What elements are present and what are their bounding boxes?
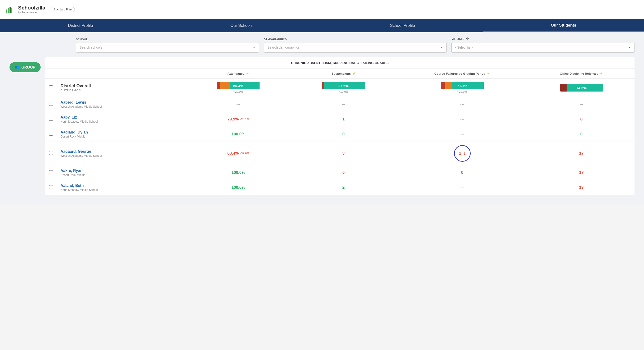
content-area: 👥 GROUP CHRONIC ABSENTEEISM, SUSPENSIONS… <box>0 57 644 205</box>
student-school: North Meadow Middle School <box>60 120 182 123</box>
student-name[interactable]: Aagaard, George <box>60 149 182 154</box>
demographics-filter-placeholder: Search demographics <box>268 45 300 49</box>
student-attendance-cell: 100.0% <box>186 180 291 195</box>
section-title: CHRONIC ABSENTEEISM, SUSPENSIONS & FAILI… <box>45 57 634 69</box>
table-row: Aadland, Dylan Desert Rock Middle 100.0%… <box>45 127 634 142</box>
plan-badge: Standard Plan <box>50 7 75 12</box>
header-course-failures: Course Failures by Grading Period ⚡ <box>396 69 528 78</box>
attendance-filter-icon[interactable]: ⚡ <box>246 72 249 75</box>
district-attendance-cell: 50.4% <20.0% <box>186 78 291 97</box>
student-attendance-cell: 100.0% <box>186 165 291 180</box>
office-discipline-value: --- <box>580 102 584 106</box>
student-course-failures-cell: --- <box>396 180 528 195</box>
student-course-failures-cell: --- <box>396 127 528 142</box>
student-office-discipline-cell: 8 <box>528 112 634 127</box>
suspensions-value: 0 <box>342 132 344 136</box>
suspensions-bar-label: 87.6% <box>338 84 348 88</box>
district-sub: DISTRICT GOAL <box>60 89 182 92</box>
course-failures-filter-icon[interactable]: ⚡ <box>487 72 490 75</box>
school-chevron-icon: ▼ <box>253 46 256 49</box>
demographics-filter-label: DEMOGRAPHICS <box>264 38 447 41</box>
suspensions-value: 2 <box>342 185 344 190</box>
student-school: Westish Academy Middle School <box>60 105 182 108</box>
school-filter-select[interactable]: Search schools ▼ <box>76 42 259 53</box>
student-name-cell: Aakre, Ryan Desert Rock Middle <box>57 165 186 180</box>
student-name-cell: Aaby, Liz North Meadow Middle School <box>57 112 186 127</box>
office-discipline-filter-icon[interactable]: ⚡ <box>600 72 603 75</box>
student-checkbox[interactable] <box>49 117 53 121</box>
logo-area: Schoolzilla by Renaissance Standard Plan <box>6 5 75 14</box>
course-failures-bar: 71.1% <box>441 82 484 89</box>
attendance-value: 100.0% <box>232 170 245 175</box>
student-checkbox[interactable] <box>49 170 53 174</box>
school-filter-label: SCHOOL <box>76 38 259 41</box>
table-header-row: Attendance ⚡ Suspensions ⚡ <box>45 69 634 78</box>
student-office-discipline-cell: 17 <box>528 142 634 165</box>
student-checkbox[interactable] <box>49 102 53 106</box>
attendance-change: ↓20.1% <box>240 118 249 121</box>
svg-rect-0 <box>6 9 7 13</box>
student-name-cell: Aaland, Beth North Meadow Middle School <box>57 180 186 195</box>
table-row: Aakre, Ryan Desert Rock Middle 100.0% 50… <box>45 165 634 180</box>
student-checkbox[interactable] <box>49 185 53 189</box>
district-checkbox[interactable] <box>49 85 53 89</box>
header-office-discipline: Office Discipline Referrals ⚡ <box>528 69 634 78</box>
student-checkbox[interactable] <box>49 132 53 136</box>
student-attendance-cell: --- <box>186 97 291 112</box>
group-button[interactable]: 👥 GROUP <box>10 62 40 72</box>
course-failures-circle: 1↓1 <box>454 145 471 162</box>
group-label: GROUP <box>21 65 36 69</box>
suspensions-filter-icon[interactable]: ⚡ <box>352 72 356 75</box>
course-failures-value: --- <box>460 185 464 189</box>
student-school: Westish Academy Middle School <box>60 154 182 158</box>
student-name[interactable]: Aaland, Beth <box>60 183 182 188</box>
student-checkbox-cell <box>45 180 57 195</box>
attendance-goal: <20.0% <box>234 90 243 93</box>
office-discipline-value: 17 <box>579 170 584 175</box>
student-office-discipline-cell: --- <box>528 97 634 112</box>
mylists-filter-label: MY LISTS ⚙ <box>452 37 634 41</box>
nav-our-students[interactable]: Our Students <box>483 19 644 32</box>
student-name[interactable]: Aaby, Liz <box>60 115 182 120</box>
district-checkbox-cell <box>45 78 57 97</box>
student-school: Desert Rock Middle <box>60 135 182 138</box>
student-name-cell: Aadland, Dylan Desert Rock Middle <box>57 127 186 142</box>
student-name[interactable]: Aakre, Ryan <box>60 169 182 173</box>
student-attendance-cell: 79.9%↓20.1% <box>186 112 291 127</box>
student-office-discipline-cell: 13 <box>528 180 634 195</box>
school-filter-placeholder: Search schools <box>80 45 102 49</box>
student-checkbox[interactable] <box>49 151 53 155</box>
demographics-filter-select[interactable]: Search demographics ▼ <box>264 42 447 53</box>
attendance-value-group: 60.4%↓39.6% <box>190 151 287 156</box>
student-suspensions-cell: 5 <box>291 165 396 180</box>
district-office-discipline-cell: 74.5% <box>528 78 634 97</box>
attendance-value: 100.0% <box>232 132 245 137</box>
attendance-value-group: 100.0% <box>190 132 287 137</box>
attendance-value: 60.4% <box>227 151 239 156</box>
attendance-value-group: 100.0% <box>190 170 287 175</box>
student-attendance-cell: 100.0% <box>186 127 291 142</box>
attendance-bar: 50.4% <box>217 82 260 89</box>
group-icon: 👥 <box>15 65 20 69</box>
student-name[interactable]: Aadland, Dylan <box>60 130 182 135</box>
nav-our-schools[interactable]: Our Schools <box>161 19 322 32</box>
office-discipline-bar: 74.5% <box>560 84 603 92</box>
nav-school-profile[interactable]: School Profile <box>322 19 483 32</box>
student-school: North Meadow Middle School <box>60 188 182 191</box>
student-name[interactable]: Aaberg, Lewis <box>60 100 182 105</box>
district-name: District Overall <box>60 83 182 88</box>
student-office-discipline-cell: 0 <box>528 127 634 142</box>
student-suspensions-cell: 3 <box>291 142 396 165</box>
mylists-filter-select[interactable]: - Select list - ▼ <box>452 42 634 53</box>
data-table: Attendance ⚡ Suspensions ⚡ <box>45 69 634 195</box>
table-row: Aaberg, Lewis Westish Academy Middle Sch… <box>45 97 634 112</box>
nav-district-profile[interactable]: District Profile <box>0 19 161 32</box>
header-name-col <box>57 69 186 78</box>
gear-icon[interactable]: ⚙ <box>466 37 469 41</box>
course-failures-bar-label: 71.1% <box>457 84 467 88</box>
student-course-failures-cell: 1↓1 <box>396 142 528 165</box>
office-discipline-value: 0 <box>580 132 582 136</box>
suspensions-bar: 87.6% <box>322 82 365 89</box>
mylists-chevron-icon: ▼ <box>628 46 631 49</box>
course-failures-value: --- <box>460 117 464 121</box>
